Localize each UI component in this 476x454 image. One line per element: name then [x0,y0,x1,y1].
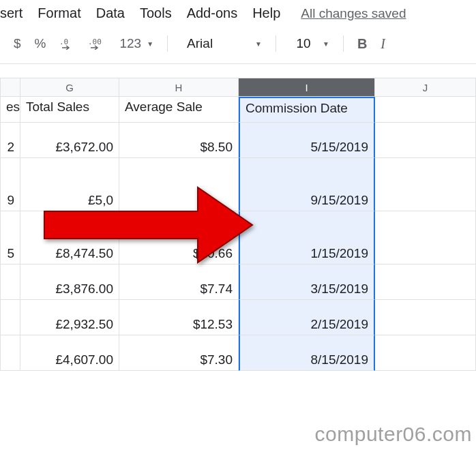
table-row: 2£3,672.00$8.505/15/2019 [0,123,476,158]
cell[interactable] [119,158,239,211]
header-cell[interactable]: es [0,97,20,123]
more-formats-button[interactable]: 123 ▼ [113,33,160,54]
table-row: 9£5,09/15/2019 [0,158,476,211]
increase-decimal-button[interactable]: .00 [81,35,113,52]
cell[interactable] [375,211,476,264]
table-row: 5£8,474.50$10.661/15/2019 [0,211,476,264]
column-header-j[interactable]: J [375,78,476,97]
cell[interactable]: 2 [0,123,20,158]
cell[interactable]: £3,876.00 [20,264,119,300]
menu-data[interactable]: Data [96,5,125,21]
font-family-dropdown[interactable]: Arial ▼ [175,31,269,57]
cell[interactable] [0,264,20,300]
cell[interactable]: $7.74 [119,264,239,300]
changes-saved-link[interactable]: All changes saved [301,6,406,21]
menu-insert[interactable]: sert [0,5,23,21]
cell[interactable]: 5 [0,211,20,264]
cell[interactable]: £5,0 [20,158,119,211]
table-row: £4,607.00$7.308/15/2019 [0,335,476,371]
chevron-down-icon: ▼ [323,40,329,48]
table-header-row: es Total Sales Average Sale Commission D… [0,97,476,123]
cell[interactable]: £2,932.50 [20,300,119,335]
svg-text:.0: .0 [59,37,68,46]
italic-button[interactable]: I [374,33,392,55]
header-cell-commission-date[interactable]: Commission Date [239,97,375,123]
column-headers-row: G H I J [0,78,476,97]
decrease-decimal-button[interactable]: .0 [53,35,81,52]
cell[interactable]: £8,474.50 [20,211,119,264]
cell[interactable] [375,264,476,300]
percent-format-button[interactable]: % [28,33,53,54]
menu-bar: sert Format Data Tools Add-ons Help All … [0,0,476,27]
cell[interactable]: 2/15/2019 [239,300,375,335]
spreadsheet-grid: G H I J es Total Sales Average Sale Comm… [0,78,476,371]
chevron-down-icon: ▼ [147,40,153,48]
header-cell-average-sale[interactable]: Average Sale [119,97,239,123]
cell[interactable]: $10.66 [119,211,239,264]
cell[interactable]: 8/15/2019 [239,335,375,371]
cell[interactable]: 9/15/2019 [239,158,375,211]
cell[interactable] [375,158,476,211]
column-header-f[interactable] [0,78,20,97]
header-cell[interactable] [375,97,476,123]
column-header-i[interactable]: I [239,78,375,97]
svg-text:.00: .00 [88,37,102,46]
toolbar-separator [343,35,344,52]
cell[interactable]: 9 [0,158,20,211]
cell[interactable]: 1/15/2019 [239,211,375,264]
cell[interactable] [375,335,476,371]
table-row: £3,876.00$7.743/15/2019 [0,264,476,300]
bold-button[interactable]: B [351,33,374,55]
table-row: £2,932.50$12.532/15/2019 [0,300,476,335]
cell[interactable]: £4,607.00 [20,335,119,371]
cell[interactable]: 5/15/2019 [239,123,375,158]
column-header-h[interactable]: H [119,78,239,97]
menu-addons[interactable]: Add-ons [187,5,238,21]
font-size-dropdown[interactable]: 10 ▼ [283,31,336,57]
more-formats-label: 123 [119,36,141,51]
cell[interactable]: $8.50 [119,123,239,158]
cell[interactable]: 3/15/2019 [239,264,375,300]
menu-format[interactable]: Format [38,5,80,21]
cell[interactable] [0,335,20,371]
cell[interactable] [375,123,476,158]
watermark: computer06.com [315,423,472,446]
cell[interactable] [375,300,476,335]
toolbar-separator [167,35,168,52]
toolbar: $ % .0 .00 123 ▼ Arial ▼ 10 ▼ B I [0,27,476,64]
font-size-label: 10 [290,33,317,54]
currency-format-button[interactable]: $ [7,33,28,54]
cell[interactable]: $7.30 [119,335,239,371]
chevron-down-icon: ▼ [255,40,262,48]
cell[interactable]: £3,672.00 [20,123,119,158]
header-cell-total-sales[interactable]: Total Sales [20,97,119,123]
font-family-label: Arial [181,33,250,54]
menu-help[interactable]: Help [252,5,280,21]
cell[interactable]: $12.53 [119,300,239,335]
cell[interactable] [0,300,20,335]
column-header-g[interactable]: G [20,78,119,97]
menu-tools[interactable]: Tools [140,5,172,21]
toolbar-separator [276,35,276,52]
